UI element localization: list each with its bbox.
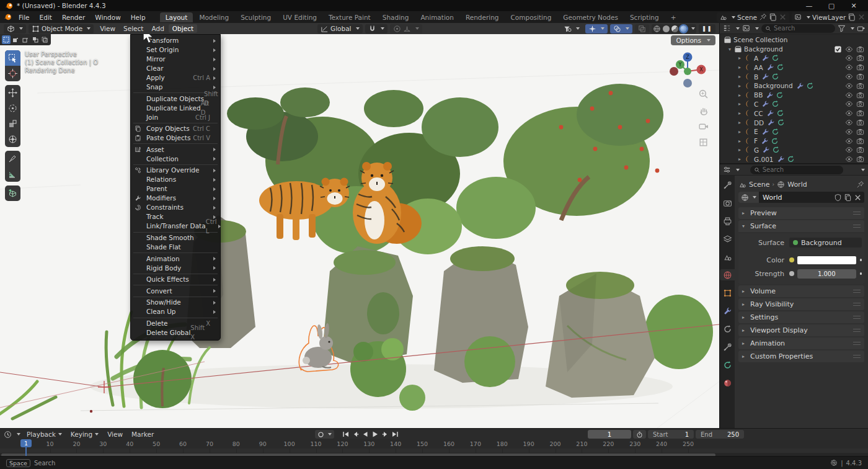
preview-panel-header[interactable]: ▸Preview: [738, 207, 864, 219]
frame-start-field[interactable]: Start1: [648, 430, 694, 439]
surface-shader-button[interactable]: Background: [789, 238, 862, 248]
hide-in-viewport-icon[interactable]: [845, 73, 853, 81]
hide-in-viewport-icon[interactable]: [845, 91, 853, 99]
timeline-menu-playback[interactable]: Playback: [23, 430, 66, 439]
minimize-button[interactable]: —: [800, 2, 818, 10]
workspace-tab-scripting[interactable]: Scripting: [624, 12, 665, 22]
expand-icon[interactable]: ▸: [737, 147, 742, 153]
properties-tab-effects[interactable]: [720, 359, 735, 370]
annotate-tool[interactable]: [5, 151, 20, 166]
workspace-tab-animation[interactable]: Animation: [415, 12, 459, 22]
menu-item-relations[interactable]: Relations: [131, 175, 220, 184]
panel-header-animation[interactable]: ▸Animation: [738, 337, 864, 349]
pan-hand-icon[interactable]: [698, 105, 709, 115]
select-mode-new[interactable]: [2, 35, 11, 44]
menu-item-asset[interactable]: Asset: [131, 145, 220, 154]
pin-icon[interactable]: [856, 181, 864, 189]
outliner-row-object[interactable]: ▸G.001: [720, 154, 868, 164]
scene-selector[interactable]: Scene: [717, 12, 789, 22]
filter-funnel-icon[interactable]: [838, 24, 846, 32]
menu-item-shade-flat[interactable]: Shade Flat: [131, 243, 220, 252]
menu-item-library-override[interactable]: Library Override: [131, 166, 220, 175]
disable-in-renders-icon[interactable]: [856, 63, 864, 71]
play-reverse-button[interactable]: [360, 430, 370, 439]
outliner-row-background-collection[interactable]: ▾Background: [720, 45, 868, 54]
select-mode-subtract[interactable]: [21, 35, 30, 44]
hide-in-viewport-icon[interactable]: [845, 109, 853, 117]
pin-icon[interactable]: [759, 13, 767, 21]
expand-icon[interactable]: ▸: [737, 101, 742, 107]
properties-search-input[interactable]: [763, 166, 839, 173]
copy-datablock-icon[interactable]: [844, 194, 852, 202]
hide-in-viewport-icon[interactable]: [845, 118, 853, 127]
proportional-editing-button[interactable]: [390, 24, 422, 34]
jump-to-end-button[interactable]: [390, 430, 400, 439]
scale-tool[interactable]: [5, 116, 20, 132]
3d-viewport[interactable]: Object Mode ViewSelectAddObject Global: [0, 23, 719, 428]
workspace-tab-compositing[interactable]: Compositing: [505, 12, 557, 22]
menu-item-link-transfer-data[interactable]: Link/Transfer DataCtrl L: [131, 221, 220, 231]
new-collection-icon[interactable]: [857, 24, 865, 32]
properties-editor-icon[interactable]: [723, 166, 731, 174]
strength-slider[interactable]: 1.000: [797, 269, 856, 279]
workspace-tab-modeling[interactable]: Modeling: [193, 12, 234, 22]
menu-item-shade-smooth[interactable]: Shade Smooth: [131, 233, 220, 243]
workspace-tab-geometry-nodes[interactable]: Geometry Nodes: [557, 12, 624, 22]
frame-end-field[interactable]: End250: [696, 430, 744, 439]
properties-tab-view-layer[interactable]: [720, 233, 735, 244]
menu-window[interactable]: Window: [91, 13, 125, 22]
options-dropdown[interactable]: Options: [671, 35, 715, 45]
breadcrumb-world[interactable]: World: [787, 181, 807, 189]
timeline-editor-icon[interactable]: [4, 431, 12, 439]
fake-user-shield-icon[interactable]: [834, 194, 842, 202]
menu-item-show-hide[interactable]: Show/Hide: [131, 298, 220, 307]
timeline-menu-view[interactable]: View: [104, 430, 126, 439]
new-scene-icon[interactable]: [769, 13, 777, 21]
maximize-button[interactable]: ▢: [822, 2, 841, 10]
select-mode-intersect[interactable]: [40, 35, 49, 44]
workspace-tab-sculpting[interactable]: Sculpting: [235, 12, 277, 22]
viewport-menu-view[interactable]: View: [96, 24, 119, 33]
viewport-menu-object[interactable]: Object: [169, 24, 197, 33]
menu-help[interactable]: Help: [126, 13, 150, 22]
mode-dropdown[interactable]: Object Mode: [29, 24, 94, 34]
properties-tab-scene[interactable]: [720, 251, 735, 262]
menu-item-quick-effects[interactable]: Quick Effects: [131, 275, 220, 284]
previous-keyframe-button[interactable]: [350, 430, 360, 439]
outliner-row-object[interactable]: ▸BB: [720, 91, 868, 100]
solid-shading-icon[interactable]: [663, 25, 670, 32]
menu-item-rigid-body[interactable]: Rigid Body: [131, 264, 220, 273]
color-animate-dot[interactable]: [860, 259, 862, 261]
breadcrumb-scene[interactable]: Scene: [749, 181, 770, 189]
outliner-row-object[interactable]: ▸Background: [720, 81, 868, 91]
exclude-checkbox-icon[interactable]: [834, 45, 842, 53]
properties-tab-material[interactable]: [720, 377, 735, 388]
viewport-menu-select[interactable]: Select: [120, 24, 147, 33]
disable-in-renders-icon[interactable]: [856, 82, 864, 90]
timeline-ruler[interactable]: 1020304050607080901001101201301401501601…: [0, 440, 868, 449]
surface-panel-header[interactable]: ▾Surface: [738, 220, 864, 232]
viewport-menu-add[interactable]: Add: [148, 24, 167, 33]
select-mode-invert[interactable]: [31, 35, 40, 44]
world-color-swatch[interactable]: [797, 256, 856, 264]
menu-item-convert[interactable]: Convert: [131, 287, 220, 296]
camera-view-icon[interactable]: [698, 121, 709, 132]
select-mode-extend[interactable]: [12, 35, 20, 44]
viewport-canvas[interactable]: User Perspective (1) Scene Collection | …: [0, 34, 719, 428]
expand-icon[interactable]: ▸: [737, 74, 742, 79]
outliner-display-mode-icon[interactable]: [723, 24, 731, 32]
workspace-tab-texture-paint[interactable]: Texture Paint: [323, 12, 376, 22]
menu-item-set-origin[interactable]: Set Origin: [131, 45, 220, 55]
menu-item-modifiers[interactable]: Modifiers: [131, 194, 220, 203]
properties-tab-physics[interactable]: [720, 323, 735, 334]
xray-toggle[interactable]: [635, 24, 649, 34]
menu-item-clear[interactable]: Clear: [131, 64, 220, 73]
unlink-datablock-icon[interactable]: [854, 194, 862, 202]
workspace-tab-rendering[interactable]: Rendering: [460, 12, 505, 22]
outliner-row-object[interactable]: ▸B: [720, 72, 868, 81]
measure-tool[interactable]: [5, 166, 20, 182]
outliner-search[interactable]: [761, 24, 835, 33]
outliner-row-object[interactable]: ▸AA: [720, 63, 868, 72]
show-object-types-dropdown[interactable]: [560, 24, 583, 34]
disable-in-renders-icon[interactable]: [856, 137, 864, 145]
